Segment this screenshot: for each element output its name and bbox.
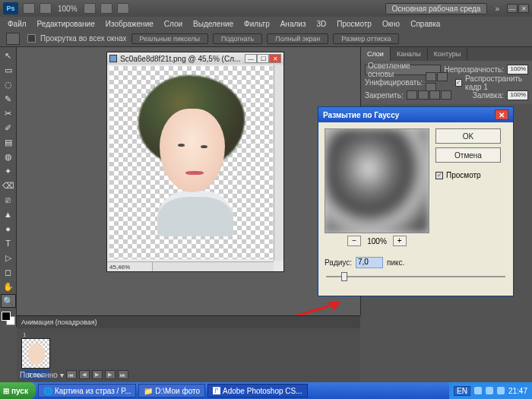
tray-icon[interactable] (486, 387, 493, 394)
next-frame-button[interactable]: ▶ (105, 370, 116, 379)
menu-window[interactable]: Окно (378, 19, 404, 29)
last-frame-button[interactable]: ⏭ (118, 370, 128, 379)
full-screen-button[interactable]: Полный экран (267, 33, 328, 44)
taskbar-item[interactable]: 🌐Картина из страз / Р... (38, 384, 136, 397)
menu-view[interactable]: Просмотр (332, 19, 376, 29)
layers-panel: Осветление основы Непрозрачность: 100% У… (361, 61, 532, 104)
hand-icon[interactable] (84, 3, 96, 14)
dodge-tool[interactable]: ● (1, 222, 16, 236)
history-icon[interactable] (40, 3, 52, 14)
language-indicator[interactable]: EN (454, 386, 470, 396)
healing-tool[interactable]: ▤ (1, 135, 16, 149)
dialog-titlebar[interactable]: Размытие по Гауссу ✕ (318, 107, 513, 122)
foreground-color[interactable] (2, 312, 11, 321)
screenmode-icon[interactable] (117, 3, 129, 14)
animation-panel-title[interactable]: Анимация (покадровая) (17, 316, 360, 328)
actual-pixels-button[interactable]: Реальные пикселы (131, 33, 208, 44)
crop-tool[interactable]: ✂ (1, 106, 16, 120)
options-bar: Прокрутка во всех окнах Реальные пикселы… (0, 30, 532, 47)
frame-thumbnail[interactable] (21, 338, 50, 369)
document-titlebar[interactable]: Sc0a6e8d8f21t.png @ 45,5% (Сл... — ☐ ✕ (107, 52, 283, 65)
print-size-button[interactable]: Размер оттиска (333, 33, 399, 44)
close-button[interactable]: ✕ (518, 4, 529, 13)
tray-icon[interactable] (474, 387, 482, 394)
menu-edit[interactable]: Редактирование (33, 19, 100, 29)
bridge-icon[interactable] (23, 3, 35, 14)
workspace-switcher[interactable]: Основная рабочая среда (385, 3, 488, 14)
prev-frame-button[interactable]: ◀ (79, 370, 90, 379)
tab-paths[interactable]: Контуры (428, 47, 467, 61)
radius-input[interactable]: 7,0 (356, 257, 383, 268)
hand-tool[interactable]: ✋ (1, 280, 16, 293)
zoom-out-button[interactable]: − (347, 236, 361, 246)
doc-close-button[interactable]: ✕ (269, 54, 281, 63)
dialog-title: Размытие по Гауссу (323, 111, 399, 119)
menu-image[interactable]: Изображение (101, 19, 158, 29)
taskbar-item[interactable]: 📁D:\Мои фото (138, 384, 205, 397)
shape-tool[interactable]: ◻ (1, 265, 16, 279)
slider-thumb-icon[interactable] (341, 272, 347, 281)
menu-layer[interactable]: Слои (160, 19, 187, 29)
opacity-input[interactable]: 100% (507, 65, 528, 74)
menu-help[interactable]: Справка (406, 19, 445, 29)
tab-layers[interactable]: Слои (361, 47, 391, 61)
lock-buttons[interactable] (407, 90, 452, 101)
tool-preset-icon[interactable] (6, 33, 20, 45)
color-swatches[interactable] (0, 312, 16, 325)
vertical-scrollbar[interactable] (274, 65, 283, 261)
scroll-all-checkbox[interactable] (27, 34, 36, 43)
ok-button[interactable]: OK (435, 128, 501, 144)
pen-tool[interactable]: ▷ (1, 251, 16, 264)
chevron-right-icon[interactable]: » (492, 5, 502, 13)
fill-input[interactable]: 100% (507, 90, 528, 100)
play-button[interactable]: ▶ (92, 370, 103, 379)
zoom-readout[interactable]: 100% (56, 5, 79, 13)
doc-maximize-button[interactable]: ☐ (257, 54, 269, 63)
gradient-tool[interactable]: ⎚ (1, 193, 16, 207)
chevron-down-icon[interactable]: ▾ (60, 371, 64, 379)
type-tool[interactable]: T (1, 236, 16, 250)
move-tool[interactable]: ↖ (1, 49, 16, 62)
brush-tool[interactable]: ◍ (1, 150, 16, 163)
eraser-tool[interactable]: ⌫ (1, 179, 16, 192)
marquee-tool[interactable]: ▭ (1, 63, 16, 77)
tab-channels[interactable]: Каналы (391, 47, 428, 61)
menu-select[interactable]: Выделение (188, 19, 238, 29)
menu-filter[interactable]: Фильтр (239, 19, 274, 29)
tray-icon[interactable] (497, 387, 505, 394)
zoom-in-button[interactable]: + (393, 236, 407, 246)
menu-analysis[interactable]: Анализ (276, 19, 311, 29)
image-content (116, 69, 260, 248)
loop-select[interactable]: Постоянно (20, 371, 58, 379)
eyedropper-tool[interactable]: ✐ (1, 121, 16, 135)
document-canvas[interactable] (109, 66, 273, 259)
blur-tool[interactable]: ▲ (1, 207, 16, 221)
arrange-icon[interactable] (100, 3, 112, 14)
fit-screen-button[interactable]: Подогнать (213, 33, 262, 44)
zoom-tool[interactable]: 🔍 (1, 294, 16, 308)
preview-checkbox[interactable]: ✓ (435, 172, 443, 179)
propagate-checkbox[interactable]: ✓ (455, 79, 462, 87)
document-window[interactable]: Sc0a6e8d8f21t.png @ 45,5% (Сл... — ☐ ✕ 4… (106, 52, 284, 272)
taskbar-item[interactable]: 🅿Adobe Photoshop CS... (207, 384, 308, 397)
frame-number: 1 (21, 331, 50, 338)
radius-label: Радиус: (325, 258, 352, 267)
filter-preview[interactable] (325, 128, 429, 233)
menu-3d[interactable]: 3D (312, 19, 331, 29)
zoom-status[interactable]: 45,46% (107, 261, 153, 271)
lasso-tool[interactable]: ◌ (1, 78, 16, 91)
start-button[interactable]: ⊞ пуск (0, 382, 36, 399)
first-frame-button[interactable]: ⏮ (66, 370, 77, 379)
horizontal-scrollbar[interactable] (153, 261, 274, 271)
radius-slider[interactable] (326, 271, 505, 282)
stamp-tool[interactable]: ✦ (1, 164, 16, 178)
minimize-button[interactable]: — (507, 4, 518, 13)
ps-logo-icon: Ps (3, 2, 18, 14)
dialog-close-button[interactable]: ✕ (495, 109, 508, 120)
menu-file[interactable]: Файл (3, 19, 31, 29)
cancel-button[interactable]: Отмена (435, 147, 501, 163)
scroll-all-label: Прокрутка во всех окнах (40, 34, 127, 43)
doc-minimize-button[interactable]: — (245, 54, 257, 63)
wand-tool[interactable]: ✎ (1, 92, 16, 106)
clock[interactable]: 21:47 (508, 387, 527, 395)
